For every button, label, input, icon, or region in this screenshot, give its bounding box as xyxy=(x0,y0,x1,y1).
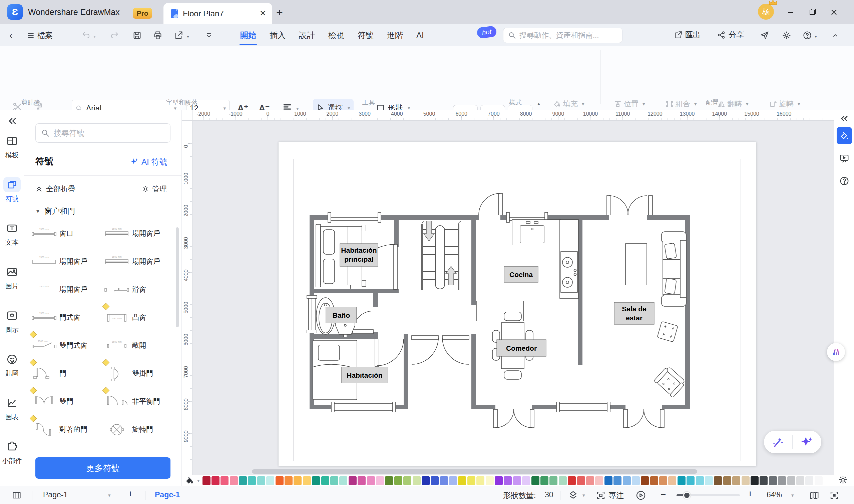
add-page-button[interactable]: + xyxy=(127,488,134,500)
color-swatch[interactable] xyxy=(339,476,347,485)
help-caret-icon[interactable]: ▾ xyxy=(815,34,817,39)
color-swatch[interactable] xyxy=(422,476,430,485)
rotate-button[interactable]: 旋轉▾ xyxy=(769,99,800,109)
horizontal-scrollbar[interactable] xyxy=(252,469,697,474)
sidebar-item-1[interactable]: 模板 xyxy=(0,133,24,160)
color-swatch[interactable] xyxy=(476,476,484,485)
save-icon[interactable] xyxy=(133,31,142,40)
close-window-button[interactable] xyxy=(829,7,839,17)
symbol-item-9[interactable]: 1500 mm雙門式窗 xyxy=(29,331,101,359)
color-swatch[interactable] xyxy=(367,476,375,485)
color-swatch[interactable] xyxy=(376,476,384,485)
color-swatch[interactable] xyxy=(522,476,530,485)
symbol-item-6[interactable]: 滑窗 xyxy=(101,275,174,303)
action-search-input[interactable] xyxy=(519,31,616,40)
color-swatch[interactable] xyxy=(403,476,411,485)
color-swatch[interactable] xyxy=(203,476,210,485)
color-swatch[interactable] xyxy=(668,476,676,485)
symbol-item-5[interactable]: 1500 mm場開窗戶 xyxy=(29,275,101,303)
color-swatch[interactable] xyxy=(449,476,457,485)
color-swatch[interactable] xyxy=(595,476,603,485)
redo-icon[interactable] xyxy=(109,31,119,40)
color-swatch[interactable] xyxy=(723,476,731,485)
magic-wand-icon[interactable] xyxy=(772,436,784,448)
page-tab-active[interactable]: Page-1 xyxy=(155,490,180,499)
color-swatch[interactable] xyxy=(550,476,557,485)
color-swatch[interactable] xyxy=(613,476,622,485)
color-swatch[interactable] xyxy=(458,476,466,485)
undo-icon[interactable] xyxy=(82,31,91,40)
color-swatch[interactable] xyxy=(559,476,567,485)
undo-caret-icon[interactable]: ▾ xyxy=(93,34,96,39)
color-swatch[interactable] xyxy=(632,476,640,485)
symbol-item-3[interactable]: 1500 mm場開窗戶 xyxy=(29,247,101,275)
sidebar-item-5[interactable]: 圖示 xyxy=(0,308,24,334)
collapse-ribbon-icon[interactable] xyxy=(831,32,839,40)
layers-caret-icon[interactable]: ▾ xyxy=(582,492,585,498)
zoom-value[interactable]: 64% xyxy=(767,490,782,499)
symbol-item-15[interactable]: 對著的門 xyxy=(29,415,101,443)
presentation-icon[interactable] xyxy=(834,153,854,163)
collapse-all-button[interactable]: 全部折疊 xyxy=(35,184,75,194)
menu-tab-5[interactable]: 符號 xyxy=(355,24,376,46)
sidebar-item-8[interactable]: 小部件 xyxy=(0,439,24,465)
symbol-item-16[interactable]: 旋轉門 xyxy=(101,415,174,443)
symbol-item-4[interactable]: 1500 mm場開窗戶 xyxy=(101,247,174,275)
symbol-item-11[interactable]: 門 xyxy=(29,359,101,387)
color-swatch[interactable] xyxy=(577,476,585,485)
color-swatch[interactable] xyxy=(266,476,274,485)
send-icon[interactable] xyxy=(760,31,769,40)
share-caret-icon[interactable]: ▾ xyxy=(187,34,189,39)
color-swatch[interactable] xyxy=(495,476,503,485)
collapse-panel-icon[interactable] xyxy=(7,116,17,126)
symbol-item-12[interactable]: 雙掛門 xyxy=(101,359,174,387)
color-swatch[interactable] xyxy=(623,476,631,485)
color-swatch[interactable] xyxy=(732,476,740,485)
color-swatch[interactable] xyxy=(294,476,301,485)
focus-icon[interactable] xyxy=(596,490,606,500)
fill-color-icon[interactable] xyxy=(185,476,194,485)
color-swatch[interactable] xyxy=(714,476,722,485)
help-icon[interactable] xyxy=(803,31,812,40)
navigator-map-icon[interactable] xyxy=(809,490,819,500)
color-swatch[interactable] xyxy=(796,476,804,485)
play-icon[interactable] xyxy=(635,490,646,501)
fit-to-screen-icon[interactable] xyxy=(829,490,839,500)
color-swatch[interactable] xyxy=(230,476,238,485)
color-swatch[interactable] xyxy=(815,476,823,485)
symbol-search[interactable] xyxy=(35,123,171,143)
more-symbols-button[interactable]: 更多符號 xyxy=(35,457,171,479)
color-swatch[interactable] xyxy=(303,476,311,485)
position-button[interactable]: 位置▾ xyxy=(614,99,645,109)
zoom-out-button[interactable]: − xyxy=(661,489,666,500)
color-swatch[interactable] xyxy=(312,476,320,485)
color-swatch[interactable] xyxy=(358,476,366,485)
symbol-item-14[interactable]: 非平衡門 xyxy=(101,387,174,415)
category-windows-doors[interactable]: ▼ 窗户和門 xyxy=(35,206,75,216)
color-swatch[interactable] xyxy=(650,476,658,485)
manage-button[interactable]: 管理 xyxy=(141,184,167,194)
color-swatch[interactable] xyxy=(239,476,247,485)
share-button[interactable]: 分享 xyxy=(717,30,744,40)
color-swatch[interactable] xyxy=(221,476,228,485)
panel-scrollbar[interactable] xyxy=(176,227,179,327)
menu-tab-1[interactable]: 開始 xyxy=(238,24,259,46)
menu-tab-6[interactable]: 進階 xyxy=(384,24,406,46)
symbol-item-13[interactable]: 雙門 xyxy=(29,387,101,415)
collapse-toolbar-icon[interactable] xyxy=(205,32,213,40)
color-swatch[interactable] xyxy=(431,476,439,485)
export-button[interactable]: 匯出 xyxy=(674,30,700,40)
style-panel-button[interactable] xyxy=(837,127,852,144)
color-swatch[interactable] xyxy=(769,476,777,485)
symbol-item-1[interactable]: 1500 mm窗口 xyxy=(29,219,101,247)
color-swatch[interactable] xyxy=(330,476,338,485)
action-search[interactable] xyxy=(503,28,623,43)
palette-settings-gear-icon[interactable] xyxy=(838,475,848,485)
symbol-search-input[interactable] xyxy=(54,129,160,138)
menu-tab-4[interactable]: 檢視 xyxy=(326,24,347,46)
color-swatch[interactable] xyxy=(513,476,521,485)
color-swatch[interactable] xyxy=(276,476,283,485)
canvas-area[interactable]: -2000-1000010002000300040005000600070008… xyxy=(182,110,834,486)
sidebar-item-3[interactable]: 文本 xyxy=(0,221,24,247)
color-swatch[interactable] xyxy=(540,476,548,485)
